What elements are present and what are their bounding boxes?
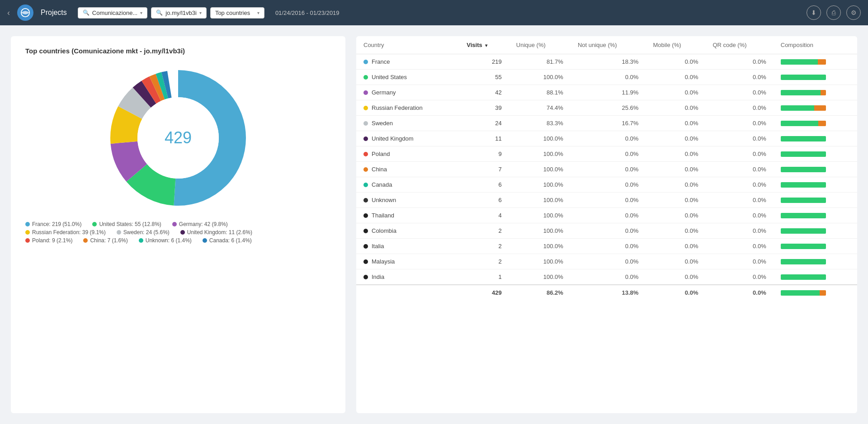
mobile-cell: 0.0% [646,193,705,208]
total-bar-orange [820,290,826,296]
mobile-cell: 0.0% [646,116,705,131]
chart-legend: France: 219 (51.0%) United States: 55 (1… [25,221,331,244]
composition-bar [781,151,826,157]
qr-cell: 0.0% [705,162,773,177]
composition-bar [781,182,826,188]
mobile-cell: 0.0% [646,177,705,193]
qr-cell: 0.0% [705,116,773,131]
sweden-label: Sweden: 24 (5.6%) [123,229,170,236]
table-row: Germany 42 88.1% 11.9% 0.0% 0.0% [356,85,857,100]
unique-cell: 100.0% [509,193,571,208]
germany-dot [172,222,177,226]
qr-cell: 0.0% [705,85,773,100]
bar-green [781,75,826,80]
qr-cell: 0.0% [705,193,773,208]
legend-france: France: 219 (51.0%) [25,221,81,227]
qr-cell: 0.0% [705,131,773,146]
not-unique-cell: 0.0% [571,223,646,239]
country-dot [363,137,368,141]
chart-title: Top countries (Comunicazione mkt - jo.my… [25,47,185,55]
legend-row-3: Poland: 9 (2.1%) China: 7 (1.6%) Unknown… [25,237,331,244]
country-cell: Thailand [356,208,459,223]
unique-cell: 100.0% [509,223,571,239]
qr-cell: 0.0% [705,177,773,193]
composition-bar [781,198,826,203]
mobile-cell: 0.0% [646,100,705,116]
print-button[interactable]: ⎙ [826,5,841,20]
country-name: Unknown [372,197,396,203]
country-name: United Kingdom [372,135,414,142]
col-visits[interactable]: Visits ▾ [459,36,509,54]
total-label [356,285,459,300]
top-navigation: ‹ Projects 🔍 Comunicazione... ▾ 🔍 jo.my/… [0,0,868,25]
settings-button[interactable]: ⚙ [846,5,861,20]
composition-cell [774,239,857,254]
mobile-cell: 0.0% [646,70,705,85]
view-filter[interactable]: Top countries ▾ [210,7,264,19]
country-cell: China [356,162,459,177]
country-dot [363,75,368,80]
country-name: Malaysia [372,258,395,265]
visits-cell: 42 [459,85,509,100]
link-filter[interactable]: 🔍 jo.my/l1vb3i ▾ [151,7,207,19]
bar-green [781,136,826,141]
country-dot [363,259,368,264]
total-qr: 0.0% [705,285,773,300]
view-filter-label: Top countries [215,9,255,16]
legend-sweden: Sweden: 24 (5.6%) [117,229,170,236]
qr-cell: 0.0% [705,54,773,70]
table-row: Malaysia 2 100.0% 0.0% 0.0% 0.0% [356,254,857,269]
us-dot [92,222,97,226]
table-row: Russian Federation 39 74.4% 25.6% 0.0% 0… [356,100,857,116]
qr-cell: 0.0% [705,100,773,116]
country-cell: Canada [356,177,459,193]
link-filter-label: jo.my/l1vb3i [165,9,197,16]
composition-bar [781,228,826,234]
visits-cell: 219 [459,54,509,70]
country-dot [363,106,368,110]
country-cell: Sweden [356,116,459,131]
qr-cell: 0.0% [705,208,773,223]
canada-label: Canada: 6 (1.4%) [209,237,252,244]
country-dot [363,152,368,156]
bar-green [781,198,826,203]
mobile-cell: 0.0% [646,162,705,177]
search-icon-2: 🔍 [156,9,163,16]
country-cell: Unknown [356,193,459,208]
table-row: India 1 100.0% 0.0% 0.0% 0.0% [356,269,857,285]
date-range: 01/24/2016 - 01/23/2019 [275,9,340,16]
not-unique-cell: 0.0% [571,131,646,146]
country-cell: Colombia [356,223,459,239]
not-unique-cell: 18.3% [571,54,646,70]
composition-cell [774,254,857,269]
not-unique-cell: 0.0% [571,70,646,85]
project-filter[interactable]: 🔍 Comunicazione... ▾ [78,7,147,19]
germany-label: Germany: 42 (9.8%) [179,221,228,227]
france-label: France: 219 (51.0%) [32,221,81,227]
country-name: France [372,58,390,65]
visits-cell: 11 [459,131,509,146]
unique-cell: 100.0% [509,146,571,162]
composition-cell [774,85,857,100]
composition-bar [781,59,826,65]
download-button[interactable]: ⬇ [807,5,821,20]
chevron-down-icon: ▾ [140,10,142,15]
action-buttons: ⬇ ⎙ ⚙ [807,5,861,20]
qr-cell: 0.0% [705,239,773,254]
total-unique: 86.2% [509,285,571,300]
composition-bar [781,259,826,264]
russian-label: Russian Federation: 39 (9.1%) [32,229,106,236]
chart-panel: Top countries (Comunicazione mkt - jo.my… [11,36,345,413]
back-button[interactable]: ‹ [7,8,10,18]
not-unique-cell: 0.0% [571,254,646,269]
mobile-cell: 0.0% [646,208,705,223]
table-row: Canada 6 100.0% 0.0% 0.0% 0.0% [356,177,857,193]
composition-bar [781,244,826,249]
table-row: Italia 2 100.0% 0.0% 0.0% 0.0% [356,239,857,254]
table-row: China 7 100.0% 0.0% 0.0% 0.0% [356,162,857,177]
legend-row-1: France: 219 (51.0%) United States: 55 (1… [25,221,331,227]
composition-cell [774,269,857,285]
legend-canada: Canada: 6 (1.4%) [203,237,252,244]
col-qr: QR code (%) [705,36,773,54]
composition-cell [774,131,857,146]
